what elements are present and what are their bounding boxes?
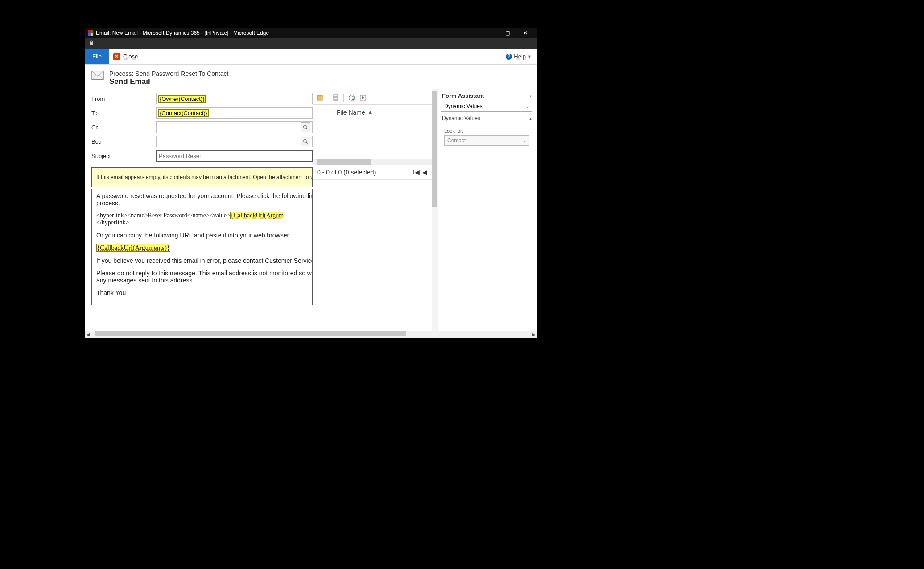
assistant-collapse-icon[interactable]: › bbox=[530, 93, 532, 98]
to-slug: {Contact(Contact)} bbox=[158, 109, 209, 117]
process-title: Process: Send Password Reset To Contact bbox=[109, 70, 228, 77]
subject-value: Password Reset bbox=[159, 153, 201, 159]
bcc-label: Bcc bbox=[91, 138, 156, 145]
email-form: From {Owner(Contact)} To {Contact(Contac… bbox=[85, 89, 313, 331]
attachments-toolbar bbox=[313, 91, 432, 105]
close-icon: ✕ bbox=[113, 53, 120, 60]
window-title: Email: New Email - Microsoft Dynamics 36… bbox=[96, 30, 269, 36]
cc-input[interactable] bbox=[156, 121, 313, 133]
empty-notice: If this email appears empty, its content… bbox=[91, 167, 313, 187]
subject-input[interactable]: Password Reset bbox=[156, 150, 313, 162]
chevron-down-icon: ⌄ bbox=[526, 104, 529, 109]
scroll-right-icon[interactable]: ▶ bbox=[531, 332, 537, 337]
to-label: To bbox=[91, 110, 156, 116]
callback-slug-2: {CallbackUrl(Arguments)} bbox=[96, 244, 170, 252]
scroll-left-icon[interactable]: ◀ bbox=[85, 332, 91, 337]
file-list-header[interactable]: File Name ▶ bbox=[313, 105, 432, 120]
chevron-down-icon: ▼ bbox=[528, 54, 532, 59]
lookfor-box: Look for: Contact ⌄ bbox=[441, 125, 532, 149]
svg-rect-4 bbox=[317, 95, 322, 96]
assistant-title: Form Assistant bbox=[442, 92, 484, 99]
action-title: Send Email bbox=[109, 77, 228, 86]
address-bar bbox=[85, 38, 537, 49]
prev-page-icon[interactable]: ◀ bbox=[422, 169, 427, 176]
lookfor-select[interactable]: Contact ⌄ bbox=[444, 135, 529, 146]
ribbon: File ✕ Close ? Help ▼ bbox=[85, 49, 537, 65]
chevron-down-icon: ⌄ bbox=[523, 138, 526, 143]
mail-icon bbox=[91, 70, 104, 82]
bcc-lookup-button[interactable] bbox=[301, 137, 310, 146]
file-status: 0 - 0 of 0 (0 selected) bbox=[317, 169, 376, 176]
first-page-icon[interactable]: I◀ bbox=[413, 169, 420, 176]
close-button[interactable]: ✕ Close bbox=[109, 49, 142, 64]
file-name-header: File Name bbox=[337, 109, 365, 116]
to-input[interactable]: {Contact(Contact)} bbox=[156, 107, 313, 119]
assistant-sub-label: Dynamic Values bbox=[442, 115, 480, 121]
new-attach-icon[interactable] bbox=[316, 94, 324, 102]
help-label: Help bbox=[514, 53, 526, 60]
callback-slug-1: {CallbackUrl(Argum bbox=[230, 212, 284, 219]
help-icon: ? bbox=[506, 54, 512, 60]
bcc-input[interactable] bbox=[156, 136, 313, 147]
play-icon[interactable] bbox=[359, 94, 367, 102]
close-label: Close bbox=[123, 53, 138, 60]
svg-point-6 bbox=[352, 98, 355, 100]
assistant-mode-select[interactable]: Dynamic Values ⌄ bbox=[441, 101, 532, 112]
sort-asc-icon: ▶ bbox=[367, 111, 372, 114]
lock-icon bbox=[89, 40, 94, 47]
paging-buttons[interactable]: I◀ ◀ bbox=[413, 169, 427, 176]
lookfor-label: Look for: bbox=[444, 128, 529, 133]
close-window-button[interactable]: ✕ bbox=[516, 28, 534, 38]
edge-window: Email: New Email - Microsoft Dynamics 36… bbox=[85, 28, 537, 338]
cc-label: Cc bbox=[91, 124, 156, 131]
file-hscroll[interactable] bbox=[313, 159, 432, 165]
titlebar: Email: New Email - Microsoft Dynamics 36… bbox=[85, 28, 537, 38]
file-button[interactable]: File bbox=[85, 49, 109, 64]
form-header: Process: Send Password Reset To Contact … bbox=[85, 65, 537, 89]
from-slug: {Owner(Contact)} bbox=[158, 95, 206, 103]
refresh-icon[interactable] bbox=[347, 94, 355, 102]
form-assistant: Form Assistant › Dynamic Values ⌄ Dynami… bbox=[438, 89, 535, 331]
email-body[interactable]: A password reset was requested for your … bbox=[91, 189, 313, 305]
vertical-scrollbar[interactable] bbox=[432, 89, 438, 331]
cc-lookup-button[interactable] bbox=[301, 122, 310, 132]
subject-label: Subject bbox=[91, 153, 156, 159]
attach-doc-icon[interactable] bbox=[332, 94, 340, 102]
svg-point-1 bbox=[303, 125, 306, 128]
dynamics-icon bbox=[88, 30, 93, 36]
file-status-row: 0 - 0 of 0 (0 selected) I◀ ◀ bbox=[313, 165, 432, 180]
from-label: From bbox=[91, 96, 156, 102]
file-list-empty bbox=[313, 120, 432, 159]
help-button[interactable]: ? Help ▼ bbox=[500, 49, 537, 64]
from-input[interactable]: {Owner(Contact)} bbox=[156, 93, 313, 104]
maximize-button[interactable]: ▢ bbox=[499, 28, 516, 38]
horizontal-scrollbar[interactable]: ◀ ▶ bbox=[85, 331, 537, 338]
svg-point-2 bbox=[303, 139, 306, 142]
section-collapse-icon[interactable]: ▴ bbox=[529, 116, 532, 121]
minimize-button[interactable]: — bbox=[481, 28, 499, 38]
file-label: File bbox=[92, 53, 102, 60]
attachments-panel: File Name ▶ 0 - 0 of 0 (0 selected) I◀ ◀ bbox=[313, 89, 432, 331]
